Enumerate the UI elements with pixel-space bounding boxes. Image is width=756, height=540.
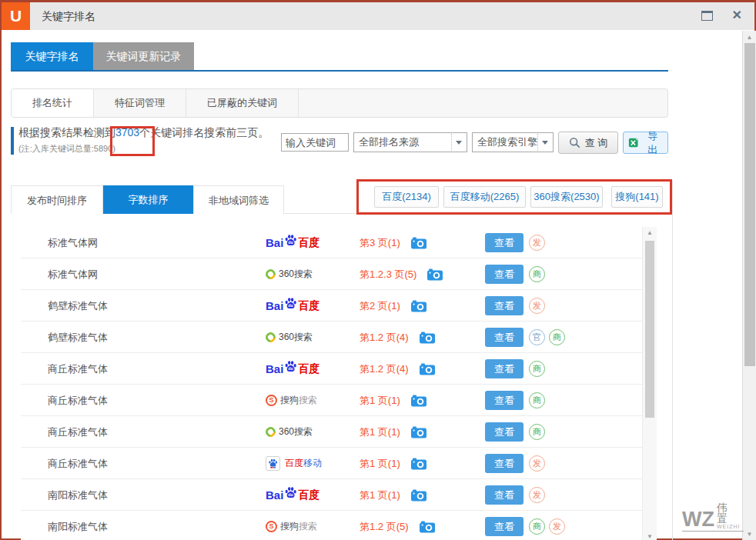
view-button[interactable]: 查看 [485,485,524,505]
search-engine-select[interactable]: 全部搜索引擎 [472,132,554,152]
status-badge: 商 [529,266,545,282]
engine-count-360[interactable]: 360搜索(2530) [530,186,603,208]
view-button[interactable]: 查看 [485,517,524,536]
keyword-label: 商丘标准气体 [48,416,108,448]
camera-icon[interactable] [411,458,427,470]
table-scrollbar-thumb[interactable] [645,241,654,418]
engine-count-baidu[interactable]: 百度(2134) [374,186,439,208]
rank-cell: 第3 页(1) [360,227,427,258]
view-button[interactable]: 查看 [485,359,524,378]
actions-cell: 查看 发 [485,227,545,258]
camera-icon[interactable] [420,521,435,533]
window-title: 关键字排名 [42,2,95,30]
badge-group: 商 [529,424,545,440]
sort-tab-non-regional[interactable]: 非地域词筛选 [193,185,284,214]
keyword-label: 商丘标准气体 [48,448,108,479]
keyword-label: 标准气体网 [48,258,98,290]
so360-ring-icon [263,267,277,281]
keyword-label: 南阳标准气体 [48,511,108,540]
status-badge: 发 [549,518,565,535]
chevron-down-icon [451,134,466,151]
view-button[interactable]: 查看 [485,296,524,315]
sort-tab-word-count[interactable]: 字数排序 [103,185,193,214]
table-row: 鹤壁标准气体 360搜索 第1.2 页(4) 查看 官商 [21,322,642,353]
camera-icon[interactable] [427,268,443,281]
camera-icon[interactable] [411,395,427,407]
query-button[interactable]: 查 询 [558,132,618,154]
subtab-rank-stats[interactable]: 排名统计 [12,89,94,117]
content-right-border [672,181,673,540]
status-badge: 官 [529,329,545,345]
table-row: 鹤壁标准气体 Bai du 百度 第2 页(1) [21,290,642,322]
engine-count-sogou[interactable]: 搜狗(141) [611,186,663,208]
scroll-down-icon[interactable]: ▼ [743,531,756,538]
keyword-search-input[interactable] [281,133,349,152]
window-scrollbar[interactable]: ▲ ▼ [742,31,756,540]
baidu-logo: Bai du 百度 [266,299,319,313]
status-badge: 商 [529,392,545,408]
camera-icon[interactable] [420,332,435,344]
actions-cell: 查看 发 [485,290,545,322]
so360-ring-icon [263,425,277,438]
rank-cell: 第1 页(1) [360,479,427,511]
export-button[interactable]: 导 出 [623,132,668,154]
view-button[interactable]: 查看 [485,391,524,410]
engine-cell: Bai du 百度 [266,227,319,258]
subtab-blocked-keywords[interactable]: 已屏蔽的关键词 [186,89,299,117]
baidu-logo: Bai du 百度 [266,488,319,502]
status-badge: 发 [529,298,545,314]
rank-label: 第2 页(1) [360,299,400,313]
view-button[interactable]: 查看 [485,265,524,284]
scroll-up-icon[interactable]: ▲ [643,229,657,236]
view-button[interactable]: 查看 [485,328,524,347]
chevron-down-icon [537,134,552,151]
engine-cell: Bai du 百度 [266,290,319,322]
status-badge: 发 [529,235,545,251]
sort-tab-publish-time[interactable]: 发布时间排序 [11,185,103,214]
baidu-mobile-paw-icon [266,456,280,471]
badge-group: 商 [529,361,545,377]
maximize-button[interactable] [701,11,713,21]
camera-icon[interactable] [411,300,427,312]
engine-cell: Bai du 百度 [266,479,319,511]
actions-cell: 查看 发 [485,448,545,479]
rank-cell: 第1 页(1) [360,385,427,416]
view-button[interactable]: 查看 [485,454,524,473]
actions-cell: 查看 发 [485,479,545,511]
rank-cell: 第1.2.3 页(5) [360,258,443,290]
rank-cell: 第1.2 页(4) [360,322,435,353]
camera-icon[interactable] [411,237,427,249]
rank-label: 第1 页(1) [360,488,400,502]
tab-keyword-rank[interactable]: 关键字排名 [11,42,93,71]
engine-count-baidu-mobile[interactable]: 百度移动(2265) [443,186,526,208]
close-button[interactable]: ✕ [732,8,742,22]
rank-source-select[interactable]: 全部排名来源 [353,132,467,152]
sogou-logo: S 搜狗 搜索 [266,394,317,407]
engine-cell: S 搜狗 搜索 [266,385,317,416]
keyword-label: 标准气体网 [48,227,98,258]
sogou-s-icon: S [266,395,277,406]
window-scrollbar-thumb[interactable] [744,43,755,366]
detected-count: 3703 [115,126,139,138]
subtab-feature-words[interactable]: 特征词管理 [94,89,186,117]
actions-cell: 查看 商 [485,385,545,416]
engine-cell: 360搜索 [266,416,313,448]
baidu-paw-icon: du [284,297,297,310]
tab-keyword-update-log[interactable]: 关键词更新记录 [93,42,194,71]
engine-cell: 360搜索 [266,258,313,290]
title-bar: U 关键字排名 ✕ [2,2,754,30]
status-badge: 发 [529,487,545,503]
scroll-down-icon[interactable]: ▼ [643,533,657,540]
view-button[interactable]: 查看 [485,422,524,442]
scroll-up-icon[interactable]: ▲ [743,34,756,41]
rank-label: 第3 页(1) [360,236,400,250]
table-row: 南阳标准气体 Bai du 百度 第1 页(1) [21,479,642,511]
camera-icon[interactable] [420,363,435,375]
sogou-s-icon: S [266,521,277,532]
camera-icon[interactable] [411,489,427,502]
table-scrollbar[interactable]: ▲ ▼ [642,227,657,540]
camera-icon[interactable] [411,426,427,438]
engine-cell: S 搜狗 搜索 [266,511,317,540]
badge-group: 官商 [529,329,565,345]
view-button[interactable]: 查看 [485,233,524,252]
